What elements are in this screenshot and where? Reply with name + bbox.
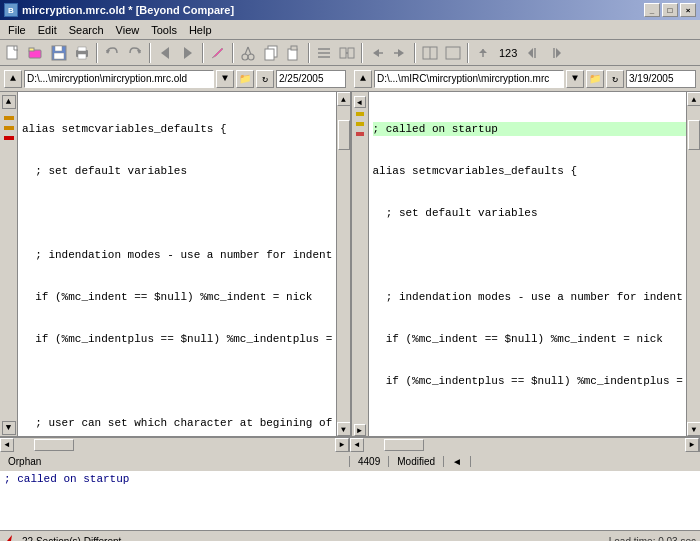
right-hscroll[interactable]: ◄ ► bbox=[350, 438, 700, 451]
center-marker-1 bbox=[356, 112, 364, 116]
left-date-input[interactable] bbox=[276, 70, 346, 88]
left-hscroll-track[interactable] bbox=[14, 438, 335, 452]
menu-edit[interactable]: Edit bbox=[32, 22, 63, 38]
toolbar-save-button[interactable] bbox=[48, 42, 70, 64]
right-hscroll-right[interactable]: ► bbox=[685, 438, 699, 452]
right-hscroll-track[interactable] bbox=[364, 438, 685, 452]
toolbar-view1-button[interactable] bbox=[419, 42, 441, 64]
left-refresh-button[interactable]: ↻ bbox=[256, 70, 274, 88]
toolbar-open-button[interactable] bbox=[25, 42, 47, 64]
right-status-code: 4409 bbox=[350, 456, 389, 467]
left-path-input[interactable] bbox=[24, 70, 214, 88]
right-panel-status: 4409 Modified ◄ bbox=[350, 456, 700, 467]
toolbar-view2-button[interactable] bbox=[442, 42, 464, 64]
left-path-dropdown-button[interactable]: ▼ bbox=[216, 70, 234, 88]
toolbar-prev-diff-button[interactable] bbox=[522, 42, 544, 64]
status-lightning-icon bbox=[4, 534, 18, 541]
gutter-down-arrow[interactable]: ▼ bbox=[2, 421, 16, 435]
center-gutter: ◄ ► bbox=[351, 92, 369, 436]
toolbar-sep-8 bbox=[467, 43, 469, 63]
right-path-up-button[interactable]: ▲ bbox=[354, 70, 372, 88]
toolbar-count-label: 123 bbox=[495, 47, 521, 59]
left-panel-status: Orphan bbox=[0, 456, 350, 467]
menu-view[interactable]: View bbox=[110, 22, 146, 38]
left-hscroll[interactable]: ◄ ► bbox=[0, 438, 350, 451]
panels-container: alias setmcvariables_defaults { ; set de… bbox=[18, 92, 700, 436]
right-line-5: if (%mc_indent == $null) %mc_indent = ni… bbox=[373, 332, 697, 346]
left-scroll-thumb[interactable] bbox=[338, 120, 350, 150]
panel-status-bar: Orphan 4409 Modified ◄ bbox=[0, 451, 700, 471]
right-path-section: ▲ ▼ 📁 ↻ bbox=[354, 70, 696, 88]
toolbar-compare-button[interactable] bbox=[336, 42, 358, 64]
right-hscroll-left[interactable]: ◄ bbox=[350, 438, 364, 452]
right-scroll-up[interactable]: ▲ bbox=[687, 92, 700, 106]
left-scroll-down[interactable]: ▼ bbox=[337, 422, 350, 436]
gutter-up-arrow[interactable]: ▲ bbox=[2, 95, 16, 109]
app-icon: B bbox=[4, 3, 18, 17]
maximize-button[interactable]: □ bbox=[662, 3, 678, 17]
toolbar-redo-button[interactable] bbox=[124, 42, 146, 64]
center-nav-down[interactable]: ► bbox=[354, 424, 366, 436]
menu-tools[interactable]: Tools bbox=[145, 22, 183, 38]
window-controls[interactable]: _ □ × bbox=[644, 3, 696, 17]
toolbar-undo-button[interactable] bbox=[101, 42, 123, 64]
right-scroll-thumb[interactable] bbox=[688, 120, 700, 150]
toolbar-next-diff-button[interactable] bbox=[545, 42, 567, 64]
diff-marker-3 bbox=[4, 136, 14, 140]
minimize-button[interactable]: _ bbox=[644, 3, 660, 17]
left-hscroll-right[interactable]: ► bbox=[335, 438, 349, 452]
left-hscroll-thumb[interactable] bbox=[34, 439, 74, 451]
toolbar-cut-button[interactable] bbox=[237, 42, 259, 64]
menu-help[interactable]: Help bbox=[183, 22, 218, 38]
toolbar-print-button[interactable] bbox=[71, 42, 93, 64]
right-path-input[interactable] bbox=[374, 70, 564, 88]
menu-bar: File Edit Search View Tools Help bbox=[0, 20, 700, 40]
status-load-time: Load time: 0.03 sec bbox=[609, 536, 696, 542]
right-hscroll-thumb[interactable] bbox=[384, 439, 424, 451]
center-nav-up[interactable]: ◄ bbox=[354, 96, 366, 108]
main-content-area: ▲ ▼ alias setmcvariables_defaults { ; se… bbox=[0, 92, 700, 437]
right-refresh-button[interactable]: ↻ bbox=[606, 70, 624, 88]
bottom-code-text: ; called on startup bbox=[4, 473, 696, 485]
horizontal-scrollbar-container: ◄ ► ◄ ► bbox=[0, 437, 700, 451]
toolbar-forward-button[interactable] bbox=[177, 42, 199, 64]
right-line-0: ; called on startup bbox=[373, 122, 697, 136]
bottom-text-area[interactable]: ; called on startup bbox=[0, 471, 700, 531]
svg-marker-40 bbox=[7, 535, 15, 541]
left-scrollbar[interactable]: ▲ ▼ bbox=[336, 92, 350, 436]
svg-marker-12 bbox=[184, 47, 192, 59]
toolbar-back-button[interactable] bbox=[154, 42, 176, 64]
right-scroll-area[interactable]: ; called on startup alias setmcvariables… bbox=[369, 92, 701, 436]
left-path-up-button[interactable]: ▲ bbox=[4, 70, 22, 88]
right-code-panel[interactable]: ; called on startup alias setmcvariables… bbox=[369, 92, 701, 436]
right-line-6: if (%mc_indentplus == $null) %mc_indentp… bbox=[373, 374, 697, 388]
toolbar-new-button[interactable] bbox=[2, 42, 24, 64]
svg-rect-0 bbox=[7, 46, 17, 59]
menu-search[interactable]: Search bbox=[63, 22, 110, 38]
right-path-dropdown-button[interactable]: ▼ bbox=[566, 70, 584, 88]
toolbar-sep-4 bbox=[232, 43, 234, 63]
toolbar-paste-button[interactable] bbox=[283, 42, 305, 64]
svg-marker-36 bbox=[528, 48, 533, 58]
right-scroll-down[interactable]: ▼ bbox=[687, 422, 700, 436]
toolbar-pencil-button[interactable] bbox=[207, 42, 229, 64]
title-bar: B mircryption.mrc.old * [Beyond Compare]… bbox=[0, 0, 700, 20]
left-browse-button[interactable]: 📁 bbox=[236, 70, 254, 88]
right-browse-button[interactable]: 📁 bbox=[586, 70, 604, 88]
center-marker-3 bbox=[356, 132, 364, 136]
left-hscroll-left[interactable]: ◄ bbox=[0, 438, 14, 452]
menu-file[interactable]: File bbox=[2, 22, 32, 38]
svg-rect-20 bbox=[291, 46, 297, 50]
toolbar-align-button[interactable] bbox=[313, 42, 335, 64]
left-code-panel[interactable]: alias setmcvariables_defaults { ; set de… bbox=[18, 92, 351, 436]
toolbar-expand-button[interactable] bbox=[472, 42, 494, 64]
toolbar-copy-button[interactable] bbox=[260, 42, 282, 64]
right-scrollbar[interactable]: ▲ ▼ bbox=[686, 92, 700, 436]
right-date-input[interactable] bbox=[626, 70, 696, 88]
close-button[interactable]: × bbox=[680, 3, 696, 17]
toolbar-merge-left-button[interactable] bbox=[366, 42, 388, 64]
left-code-content: alias setmcvariables_defaults { ; set de… bbox=[18, 92, 350, 436]
toolbar-merge-right-button[interactable] bbox=[389, 42, 411, 64]
left-scroll-up[interactable]: ▲ bbox=[337, 92, 350, 106]
left-scroll-area[interactable]: alias setmcvariables_defaults { ; set de… bbox=[18, 92, 350, 436]
